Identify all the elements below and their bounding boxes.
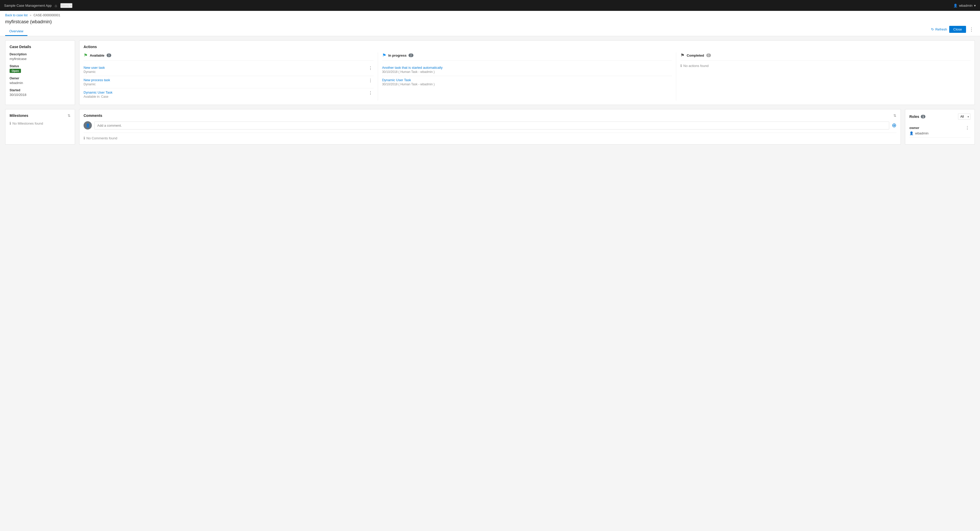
case-title: myfirstcase (wbadmin) bbox=[5, 19, 52, 25]
no-milestones-message: ℹ No Milestones found bbox=[10, 121, 71, 125]
description-field: Description myfirstcase bbox=[10, 52, 71, 61]
description-label: Description bbox=[10, 52, 71, 56]
available-flag-icon: ⚑ bbox=[84, 52, 88, 58]
actions-columns: ⚑ Available 3 New user task Dynamic ⋮ bbox=[84, 52, 970, 101]
action-name[interactable]: New user task bbox=[84, 66, 368, 70]
action-sub: Dynamic bbox=[84, 82, 368, 86]
action-name[interactable]: Another task that is started automatical… bbox=[382, 66, 672, 70]
owner-label: Owner bbox=[10, 76, 71, 80]
list-item: New process task Dynamic ⋮ bbox=[84, 76, 374, 89]
status-badge: Open bbox=[10, 69, 21, 73]
case-title-row: myfirstcase (wbadmin) ↻ Refresh Close ⋮ bbox=[5, 19, 975, 27]
completed-title: Completed bbox=[687, 54, 704, 57]
refresh-button[interactable]: ↻ Refresh bbox=[931, 27, 947, 31]
completed-column: ⚑ Completed 0 ℹ No actions found bbox=[681, 52, 970, 101]
available-title: Available bbox=[90, 54, 105, 57]
milestones-title: Milestones bbox=[10, 114, 28, 117]
completed-flag-icon: ⚑ bbox=[681, 52, 684, 58]
comments-header: Comments ⇅ bbox=[84, 114, 896, 117]
top-panels: Case Details Description myfirstcase Sta… bbox=[5, 40, 975, 105]
comment-input[interactable] bbox=[94, 122, 889, 130]
nav-left: Sample Case Management App ⌂ Menu ▾ bbox=[4, 3, 72, 8]
case-id: CASE-0000000001 bbox=[33, 13, 60, 17]
comments-title: Comments bbox=[84, 114, 102, 117]
action-name[interactable]: Dynamic User Task bbox=[84, 90, 368, 94]
owner-field: Owner wbadmin bbox=[10, 76, 71, 85]
user-menu[interactable]: 👤 wbadmin ▾ bbox=[953, 4, 976, 8]
started-value: 30/10/2018 bbox=[10, 93, 71, 97]
role-menu-button[interactable]: ⋮ bbox=[964, 125, 970, 130]
info-icon: ℹ bbox=[84, 136, 85, 140]
roles-panel: Roles 1 All owner ⋮ 👤 wbadmin bbox=[905, 109, 975, 144]
action-name[interactable]: New process task bbox=[84, 78, 368, 82]
available-header: ⚑ Available 3 bbox=[84, 52, 374, 60]
milestones-panel: Milestones ⇅ ℹ No Milestones found bbox=[5, 109, 75, 144]
actions-title: Actions bbox=[84, 45, 970, 49]
comments-panel: Comments ⇅ 👤 ⊕ ℹ No Comments found bbox=[79, 109, 901, 144]
completed-header: ⚑ Completed 0 bbox=[681, 52, 970, 60]
info-icon: ℹ bbox=[10, 121, 11, 125]
avatar: 👤 bbox=[84, 121, 92, 130]
action-menu-button[interactable]: ⋮ bbox=[368, 78, 374, 83]
top-nav: Sample Case Management App ⌂ Menu ▾ 👤 wb… bbox=[0, 0, 980, 11]
inprogress-badge: 2 bbox=[409, 54, 413, 57]
available-badge: 3 bbox=[107, 54, 111, 57]
add-comment-button[interactable]: ⊕ bbox=[892, 122, 896, 129]
owner-value: wbadmin bbox=[10, 81, 71, 85]
roles-title: Roles 1 bbox=[909, 114, 926, 119]
action-menu-button[interactable]: ⋮ bbox=[368, 66, 374, 71]
action-sub: Dynamic bbox=[84, 70, 368, 74]
description-value: myfirstcase bbox=[10, 57, 71, 61]
inprogress-header: ⚑ In progress 2 bbox=[382, 52, 672, 60]
list-item: owner ⋮ 👤 wbadmin bbox=[909, 123, 970, 138]
no-actions-message: ℹ No actions found bbox=[681, 63, 970, 68]
menu-button[interactable]: Menu ▾ bbox=[60, 3, 73, 8]
home-icon[interactable]: ⌂ bbox=[55, 3, 57, 8]
actions-panel: Actions ⚑ Available 3 New user task Dyna… bbox=[79, 40, 975, 105]
action-name[interactable]: Dynamic User Task bbox=[382, 78, 672, 82]
chevron-down-icon: ▾ bbox=[70, 4, 72, 8]
case-details-title: Case Details bbox=[10, 45, 71, 49]
bottom-panels: Milestones ⇅ ℹ No Milestones found Comme… bbox=[5, 109, 975, 144]
chevron-down-icon: ▾ bbox=[974, 4, 976, 8]
refresh-icon: ↻ bbox=[931, 27, 934, 31]
user-avatar-icon: 👤 bbox=[86, 123, 90, 127]
user-icon: 👤 bbox=[953, 4, 958, 8]
roles-filter-select[interactable]: All bbox=[958, 114, 970, 120]
tabs: Overview bbox=[5, 27, 975, 36]
list-item: New user task Dynamic ⋮ bbox=[84, 63, 374, 76]
action-sub: 30/10/2018 ( Human Task - wbadmin ) bbox=[382, 70, 672, 74]
sort-icon[interactable]: ⇅ bbox=[893, 114, 896, 117]
sort-icon[interactable]: ⇅ bbox=[67, 114, 71, 117]
more-options-button[interactable]: ⋮ bbox=[968, 27, 975, 32]
list-item: Dynamic User Task Available in: Case ⋮ bbox=[84, 89, 374, 101]
role-name: owner bbox=[909, 126, 919, 130]
completed-badge: 0 bbox=[706, 54, 711, 57]
info-icon: ℹ bbox=[681, 63, 682, 68]
case-title-actions: ↻ Refresh Close ⋮ bbox=[931, 26, 975, 33]
comment-input-row: 👤 ⊕ bbox=[84, 121, 896, 133]
action-menu-button[interactable]: ⋮ bbox=[368, 90, 374, 95]
back-to-case-list-link[interactable]: Back to case list bbox=[5, 13, 28, 17]
roles-badge: 1 bbox=[921, 115, 926, 119]
status-field: Status Open bbox=[10, 64, 71, 73]
inprogress-column: ⚑ In progress 2 Another task that is sta… bbox=[382, 52, 676, 101]
roles-filter-wrapper: All bbox=[958, 114, 970, 120]
close-button[interactable]: Close bbox=[949, 26, 966, 33]
status-label: Status bbox=[10, 64, 71, 68]
user-icon: 👤 bbox=[909, 132, 913, 135]
roles-header: Roles 1 All bbox=[909, 114, 970, 120]
breadcrumb: Back to case list » CASE-0000000001 bbox=[5, 13, 975, 17]
action-sub: 30/10/2018 ( Human Task - wbadmin ) bbox=[382, 82, 672, 86]
sub-header: Back to case list » CASE-0000000001 myfi… bbox=[0, 11, 980, 36]
no-comments-message: ℹ No Comments found bbox=[84, 136, 896, 140]
milestones-header: Milestones ⇅ bbox=[10, 114, 71, 117]
available-column: ⚑ Available 3 New user task Dynamic ⋮ bbox=[84, 52, 378, 101]
list-item: Another task that is started automatical… bbox=[382, 63, 672, 76]
breadcrumb-separator: » bbox=[30, 13, 32, 17]
tab-overview[interactable]: Overview bbox=[5, 27, 27, 36]
case-details-panel: Case Details Description myfirstcase Sta… bbox=[5, 40, 75, 105]
action-sub: Available in: Case bbox=[84, 95, 368, 98]
role-user: 👤 wbadmin bbox=[909, 132, 970, 135]
list-item: Dynamic User Task 30/10/2018 ( Human Tas… bbox=[382, 76, 672, 88]
